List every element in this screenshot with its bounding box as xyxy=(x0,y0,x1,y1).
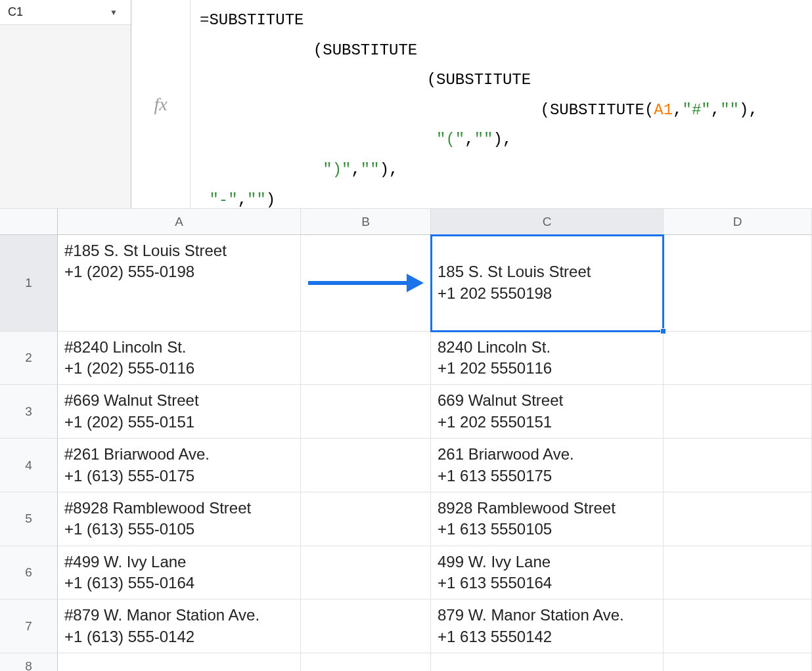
select-all-corner[interactable] xyxy=(0,209,58,235)
row-header-8[interactable]: 8 xyxy=(0,653,58,671)
cell-d3[interactable] xyxy=(664,385,812,439)
cell-a7[interactable]: #879 W. Manor Station Ave. +1 (613) 555-… xyxy=(58,599,301,653)
cell-d7[interactable] xyxy=(664,599,812,653)
cell-c2[interactable]: 8240 Lincoln St. +1 202 5550116 xyxy=(431,332,664,385)
cell-d8[interactable] xyxy=(664,653,812,671)
name-box-container: C1 ▼ xyxy=(0,0,131,208)
cell-c5[interactable]: 8928 Ramblewood Street +1 613 5550105 xyxy=(431,492,664,546)
row-header-1[interactable]: 1 xyxy=(0,235,58,332)
cell-b5[interactable] xyxy=(301,492,431,546)
cell-a8[interactable] xyxy=(58,653,301,671)
arrow-icon xyxy=(308,274,424,292)
cell-a5[interactable]: #8928 Ramblewood Street +1 (613) 555-010… xyxy=(58,492,301,546)
row-header-7[interactable]: 7 xyxy=(0,599,58,653)
formula-bar-section: C1 ▼ fx =SUBSTITUTE (SUBSTITUTE (SUBSTIT… xyxy=(0,0,812,209)
cell-c4[interactable]: 261 Briarwood Ave. +1 613 5550175 xyxy=(431,439,664,492)
cell-d2[interactable] xyxy=(664,332,812,385)
cell-c8[interactable] xyxy=(431,653,664,671)
cell-d1[interactable] xyxy=(664,235,812,332)
fill-handle[interactable] xyxy=(660,328,666,334)
row-header-6[interactable]: 6 xyxy=(0,546,58,600)
row-header-3[interactable]: 3 xyxy=(0,385,58,439)
cell-b1[interactable] xyxy=(301,235,431,332)
name-box-value: C1 xyxy=(8,5,23,19)
cell-c3[interactable]: 669 Walnut Street +1 202 5550151 xyxy=(431,385,664,439)
cell-b3[interactable] xyxy=(301,385,431,439)
formula-input[interactable]: =SUBSTITUTE (SUBSTITUTE (SUBSTITUTE (SUB… xyxy=(191,0,812,208)
fx-icon: fx xyxy=(154,94,167,115)
chevron-down-icon[interactable]: ▼ xyxy=(110,8,118,17)
cell-a6[interactable]: #499 W. Ivy Lane +1 (613) 555-0164 xyxy=(58,546,301,600)
row-header-2[interactable]: 2 xyxy=(0,332,58,385)
cell-d5[interactable] xyxy=(664,492,812,546)
column-header-d[interactable]: D xyxy=(664,209,812,235)
cell-d4[interactable] xyxy=(664,439,812,492)
column-header-a[interactable]: A xyxy=(58,209,301,235)
name-box[interactable]: C1 ▼ xyxy=(0,0,131,25)
cell-c1[interactable]: 185 S. St Louis Street +1 202 5550198 xyxy=(431,235,664,332)
cell-a1[interactable]: #185 S. St Louis Street +1 (202) 555-019… xyxy=(58,235,301,332)
cell-b7[interactable] xyxy=(301,599,431,653)
cell-b6[interactable] xyxy=(301,546,431,600)
row-header-5[interactable]: 5 xyxy=(0,492,58,546)
cell-a4[interactable]: #261 Briarwood Ave. +1 (613) 555-0175 xyxy=(58,439,301,492)
cell-c7[interactable]: 879 W. Manor Station Ave. +1 613 5550142 xyxy=(431,599,664,653)
column-header-b[interactable]: B xyxy=(301,209,431,235)
cell-c6[interactable]: 499 W. Ivy Lane +1 613 5550164 xyxy=(431,546,664,600)
name-box-filler xyxy=(0,25,131,208)
cell-a3[interactable]: #669 Walnut Street +1 (202) 555-0151 xyxy=(58,385,301,439)
cell-b8[interactable] xyxy=(301,653,431,671)
cell-b2[interactable] xyxy=(301,332,431,385)
row-header-4[interactable]: 4 xyxy=(0,439,58,492)
spreadsheet-grid: A B C D 1 #185 S. St Louis Street +1 (20… xyxy=(0,209,812,671)
fx-label-container: fx xyxy=(131,0,191,208)
cell-a2[interactable]: #8240 Lincoln St. +1 (202) 555-0116 xyxy=(58,332,301,385)
cell-b4[interactable] xyxy=(301,439,431,492)
cell-d6[interactable] xyxy=(664,546,812,600)
column-header-c[interactable]: C xyxy=(431,209,664,235)
